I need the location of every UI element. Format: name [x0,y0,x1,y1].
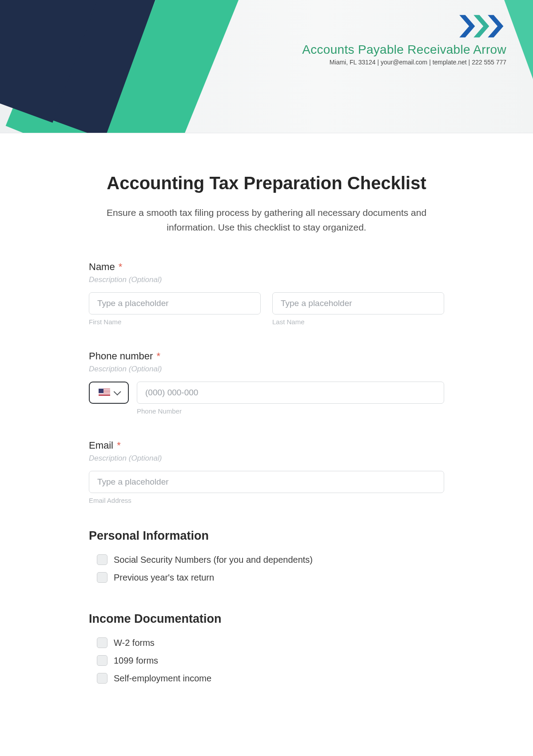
brand-title: Accounts Payable Receivable Arrow [302,43,506,57]
checkbox-1099[interactable] [97,655,107,666]
header-banner: Accounts Payable Receivable Arrow Miami,… [0,0,533,133]
checkbox-label: 1099 forms [114,656,158,666]
email-sublabel: Email Address [89,497,444,504]
phone-label-text: Phone number [89,350,153,362]
email-label: Email * [89,440,444,451]
section-title-income: Income Documentation [89,612,444,626]
us-flag-icon [99,389,110,397]
name-description: Description (Optional) [89,275,444,284]
email-label-text: Email [89,440,113,451]
checklist-row: Self-employment income [89,671,444,685]
checkbox-label: Self-employment income [114,673,211,684]
checklist-row: W-2 forms [89,636,444,650]
brand-subline: Miami, FL 33124 | your@email.com | templ… [302,59,506,66]
section-personal-information: Personal Information Social Security Num… [89,529,444,585]
brand-block: Accounts Payable Receivable Arrow Miami,… [302,13,506,66]
section-title-personal: Personal Information [89,529,444,543]
section-income-documentation: Income Documentation W-2 forms 1099 form… [89,612,444,685]
checkbox-ssn[interactable] [97,554,107,565]
checkbox-label: W-2 forms [114,638,155,648]
required-mark: * [119,261,123,272]
field-group-email: Email * Description (Optional) Email Add… [89,440,444,504]
page-intro: Ensure a smooth tax filing process by ga… [89,206,444,235]
required-mark: * [117,440,121,451]
phone-input[interactable] [137,382,444,404]
checkbox-prev-return[interactable] [97,572,107,583]
page-title: Accounting Tax Preparation Checklist [89,173,444,193]
first-name-input[interactable] [89,292,261,314]
phone-label: Phone number * [89,350,444,362]
form-page: Accounting Tax Preparation Checklist Ens… [62,133,471,740]
phone-description: Description (Optional) [89,365,444,374]
name-label-text: Name [89,261,115,272]
checkbox-self-employment[interactable] [97,673,107,684]
checkbox-label: Social Security Numbers (for you and dep… [114,555,313,565]
field-group-name: Name * Description (Optional) First Name… [89,261,444,326]
chevron-down-icon [114,388,121,395]
required-mark: * [156,350,160,362]
field-group-phone: Phone number * Description (Optional) Ph… [89,350,444,415]
checklist-row: 1099 forms [89,653,444,668]
checkbox-label: Previous year's tax return [114,573,214,583]
first-name-sublabel: First Name [89,318,261,326]
name-label: Name * [89,261,444,273]
email-input[interactable] [89,471,444,493]
last-name-input[interactable] [272,292,444,314]
checklist-row: Previous year's tax return [89,570,444,585]
email-description: Description (Optional) [89,454,444,463]
checklist-row: Social Security Numbers (for you and dep… [89,553,444,567]
last-name-sublabel: Last Name [272,318,444,326]
logo-arrows-icon [458,13,506,39]
checkbox-w2[interactable] [97,637,107,648]
phone-sublabel: Phone Number [137,407,444,415]
country-code-select[interactable] [89,382,129,404]
